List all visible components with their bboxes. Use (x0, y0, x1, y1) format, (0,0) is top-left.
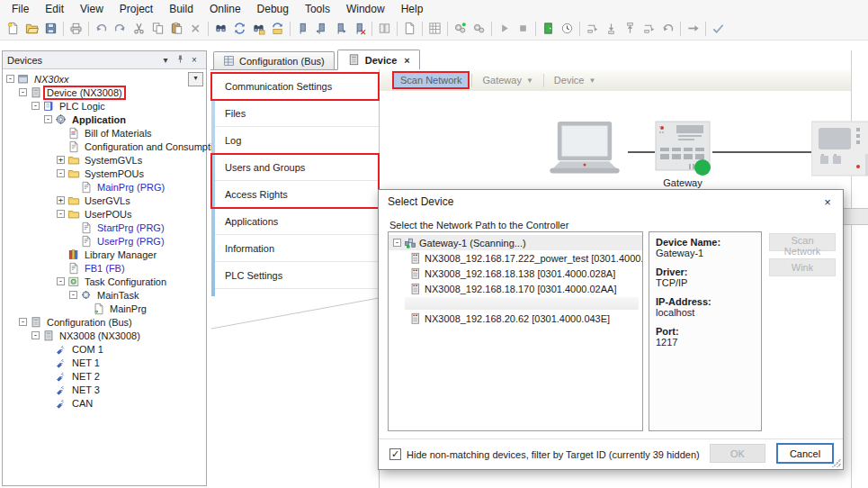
tree-expander-icon[interactable]: - (57, 210, 65, 218)
tree-row[interactable]: NET 1 (3, 356, 206, 369)
tree-item-label[interactable]: MainPrg (108, 303, 148, 314)
replace-in-files-button[interactable] (268, 19, 287, 38)
tree-row[interactable]: Bill of Materials (3, 126, 206, 140)
tree-item-label[interactable]: NX3008 (NX3008) (58, 330, 142, 341)
tree-item-label[interactable]: Application (70, 114, 128, 125)
tree-expander-icon[interactable]: - (57, 169, 65, 177)
tree-item-label[interactable]: Bill of Materials (83, 128, 154, 139)
resize-grip-icon[interactable] (832, 458, 841, 467)
tree-row[interactable]: -PLC Logic (3, 99, 206, 113)
open-project-button[interactable] (22, 19, 41, 38)
tree-row[interactable]: -SystemPOUs (3, 167, 206, 180)
menu-file[interactable]: File (4, 1, 37, 17)
compare-button[interactable] (375, 19, 394, 38)
new-page-button[interactable] (400, 19, 419, 38)
menu-window[interactable]: Window (338, 1, 393, 17)
pin-icon[interactable] (173, 54, 187, 66)
tree-item-label[interactable]: FB1 (FB) (83, 263, 127, 274)
tree-item-label[interactable]: StartPrg (PRG) (95, 222, 166, 233)
previous-bookmark-button[interactable] (312, 19, 331, 38)
tree-expander-icon[interactable]: - (69, 291, 77, 299)
tree-item-label[interactable]: MainPrg (PRG) (95, 182, 166, 193)
chevron-down-icon[interactable]: ▾ (158, 55, 173, 65)
tree-row[interactable]: -NX30xx (3, 72, 206, 86)
stop-button[interactable] (514, 19, 532, 38)
tree-item-label[interactable]: SystemPOUs (83, 168, 146, 179)
tree-row[interactable]: -UserPOUs (3, 207, 206, 221)
tree-expander-icon[interactable]: - (19, 88, 27, 96)
tree-item-label[interactable]: UserPrg (PRG) (95, 236, 166, 247)
tree-expander-icon[interactable]: - (44, 115, 52, 123)
step-into-button[interactable] (602, 19, 621, 38)
nav-item-access-rights[interactable]: Access Rights (211, 181, 379, 208)
close-icon[interactable]: × (812, 195, 843, 209)
time-stamp-button[interactable] (558, 19, 577, 38)
menu-tools[interactable]: Tools (297, 1, 338, 17)
find-in-files-button[interactable] (249, 19, 268, 38)
tab-device[interactable]: Device × (337, 50, 420, 70)
tree-row[interactable]: +UserGVLs (3, 194, 206, 207)
menu-edit[interactable]: Edit (37, 1, 72, 17)
hide-non-matching-checkbox[interactable]: ✓ Hide non-matching devices, filter by T… (389, 448, 700, 460)
tree-item-label[interactable]: MainTask (95, 290, 140, 301)
build-button[interactable] (425, 19, 444, 38)
tree-item-label[interactable]: NX30xx (32, 74, 71, 85)
tree-item-label[interactable]: NET 1 (70, 357, 102, 368)
tree-row[interactable]: StartPrg (PRG) (3, 221, 206, 234)
tree-row[interactable]: UserPrg (PRG) (3, 234, 206, 248)
step-over-button[interactable] (583, 19, 602, 38)
refresh-button[interactable] (709, 19, 728, 38)
network-tree-row[interactable]: -Gateway-1 (Scanning...) (389, 235, 642, 250)
clear-bookmarks-button[interactable] (350, 19, 369, 38)
step-out-button[interactable] (621, 19, 640, 38)
tree-row[interactable]: +SystemGVLs (3, 153, 206, 167)
network-device-label[interactable]: NX3008_192.168.17.222_power_test [0301.4… (425, 253, 643, 264)
print-button[interactable] (67, 19, 85, 38)
checkbox-check-icon[interactable]: ✓ (389, 448, 401, 460)
delete-button[interactable] (186, 19, 205, 38)
network-device-label[interactable]: NX3008_192.168.20.62 [0301.4000.043E] (425, 313, 610, 324)
login-user-button[interactable] (451, 19, 470, 38)
network-device-label[interactable]: Gateway-1 (Scanning...) (419, 238, 526, 249)
tree-row[interactable]: -MainTask (3, 288, 206, 302)
paste-button[interactable] (167, 19, 186, 38)
nav-item-information[interactable]: Information (211, 235, 379, 262)
next-bookmark-button[interactable] (331, 19, 350, 38)
close-icon[interactable]: × (187, 55, 201, 65)
menu-project[interactable]: Project (112, 1, 161, 17)
tree-item-label[interactable]: CAN (70, 398, 94, 409)
dialog-title-bar[interactable]: Select Device × (379, 190, 843, 213)
tree-expander-icon[interactable]: - (57, 277, 65, 285)
redo-button[interactable] (111, 19, 130, 38)
undo-button[interactable] (92, 19, 111, 38)
reset-button[interactable] (658, 19, 677, 38)
new-file-button[interactable] (4, 19, 22, 38)
menu-online[interactable]: Online (201, 1, 249, 17)
menu-debug[interactable]: Debug (249, 1, 297, 17)
tree-item-label[interactable]: Task Configuration (83, 276, 168, 287)
tree-row[interactable]: -Task Configuration (3, 275, 206, 288)
tree-row[interactable]: MainPrg (3, 302, 206, 315)
tree-item-label[interactable]: UserGVLs (83, 195, 132, 206)
tree-row[interactable]: -Application (3, 113, 206, 126)
tree-item-label[interactable]: UserPOUs (83, 209, 134, 220)
tree-row[interactable]: NET 3 (3, 383, 206, 396)
tree-row[interactable]: CAN (3, 396, 206, 410)
find-button[interactable] (211, 19, 230, 38)
network-tree-row[interactable]: NX3008_192.168.18.138 [0301.4000.028A] (389, 266, 642, 281)
network-device-label[interactable]: NX3008_192.168.18.138 [0301.4000.028A] (425, 268, 615, 279)
gateway-dropdown-button[interactable]: Gateway ▼ (474, 73, 541, 87)
run-button[interactable] (495, 19, 514, 38)
network-tree-row[interactable]: NX3008_192.168.18.170 [0301.4000.02AA] (389, 281, 642, 296)
tree-item-label[interactable]: NET 2 (70, 371, 102, 382)
tree-item-label[interactable]: Device (NX3008) (45, 87, 124, 98)
tree-item-label[interactable]: NET 3 (70, 384, 102, 395)
nav-item-plc-settings[interactable]: PLC Settings (211, 262, 379, 289)
tree-row[interactable]: NET 2 (3, 369, 206, 383)
tree-expander-icon[interactable]: - (31, 331, 40, 339)
tab-close-icon[interactable]: × (404, 55, 409, 66)
menu-build[interactable]: Build (161, 1, 201, 17)
save-button[interactable] (41, 19, 60, 38)
tree-root-combo[interactable]: ▾ (188, 72, 203, 86)
network-tree-placeholder-row[interactable] (405, 297, 639, 310)
